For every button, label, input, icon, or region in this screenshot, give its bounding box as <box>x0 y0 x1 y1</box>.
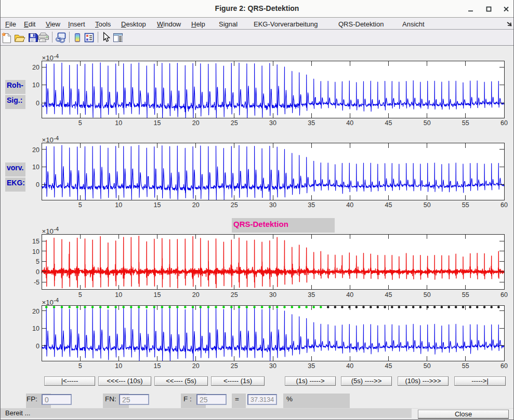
svg-text:10: 10 <box>32 248 39 255</box>
svg-text:15: 15 <box>32 238 39 245</box>
svg-text:45: 45 <box>385 362 392 370</box>
svg-text:50: 50 <box>424 362 431 370</box>
svg-text:50: 50 <box>424 291 431 299</box>
svg-text:10: 10 <box>32 82 39 89</box>
svg-text:30: 30 <box>269 291 276 299</box>
svg-text:30: 30 <box>269 201 276 209</box>
svg-text:5: 5 <box>78 201 82 209</box>
svg-text:40: 40 <box>346 291 353 299</box>
svg-text:×10-4: ×10-4 <box>42 297 59 306</box>
svg-text:60: 60 <box>500 362 508 370</box>
svg-text:20: 20 <box>32 146 39 154</box>
svg-text:×10-4: ×10-4 <box>42 226 59 235</box>
svg-text:35: 35 <box>308 362 315 370</box>
svg-text:20: 20 <box>192 291 200 299</box>
svg-text:10: 10 <box>115 201 122 209</box>
svg-text:60: 60 <box>500 291 508 299</box>
svg-text:0: 0 <box>36 343 39 350</box>
svg-text:20: 20 <box>32 64 39 71</box>
svg-text:15: 15 <box>154 201 161 209</box>
svg-text:25: 25 <box>231 291 238 299</box>
svg-text:20: 20 <box>192 201 200 209</box>
svg-text:×10-4: ×10-4 <box>42 53 59 62</box>
svg-text:10: 10 <box>115 362 122 370</box>
svg-text:45: 45 <box>385 291 392 299</box>
svg-text:55: 55 <box>462 291 469 299</box>
svg-text:60: 60 <box>500 201 508 209</box>
svg-text:30: 30 <box>269 362 276 370</box>
svg-text:0: 0 <box>36 100 39 107</box>
svg-text:55: 55 <box>462 362 469 370</box>
svg-text:45: 45 <box>385 201 392 209</box>
svg-text:35: 35 <box>308 291 315 299</box>
svg-text:15: 15 <box>154 291 161 299</box>
svg-text:5: 5 <box>78 362 82 370</box>
svg-text:25: 25 <box>231 362 238 370</box>
svg-text:25: 25 <box>231 201 238 209</box>
svg-text:0: 0 <box>36 268 39 276</box>
svg-text:55: 55 <box>462 201 469 209</box>
svg-text:10: 10 <box>115 291 122 299</box>
svg-text:60: 60 <box>500 119 508 127</box>
svg-text:10: 10 <box>32 164 39 171</box>
svg-text:50: 50 <box>424 119 431 127</box>
svg-text:40: 40 <box>346 119 353 127</box>
svg-text:-5: -5 <box>34 279 39 286</box>
svg-text:5: 5 <box>78 119 82 127</box>
svg-text:5: 5 <box>78 291 82 299</box>
svg-text:45: 45 <box>385 119 392 127</box>
svg-text:15: 15 <box>154 362 161 370</box>
svg-text:15: 15 <box>154 119 161 127</box>
svg-text:20: 20 <box>32 308 39 315</box>
svg-text:30: 30 <box>269 119 276 127</box>
svg-text:0: 0 <box>36 181 39 188</box>
svg-text:50: 50 <box>424 201 431 209</box>
svg-text:20: 20 <box>192 362 200 370</box>
svg-text:5: 5 <box>36 258 39 265</box>
svg-text:×10-4: ×10-4 <box>42 135 59 144</box>
svg-text:55: 55 <box>462 119 469 127</box>
svg-text:10: 10 <box>32 325 39 332</box>
svg-text:20: 20 <box>192 119 200 127</box>
svg-text:35: 35 <box>308 201 315 209</box>
svg-text:35: 35 <box>308 119 315 127</box>
svg-text:40: 40 <box>346 362 353 370</box>
svg-text:40: 40 <box>346 201 353 209</box>
svg-text:10: 10 <box>115 119 122 127</box>
svg-text:25: 25 <box>231 119 238 127</box>
